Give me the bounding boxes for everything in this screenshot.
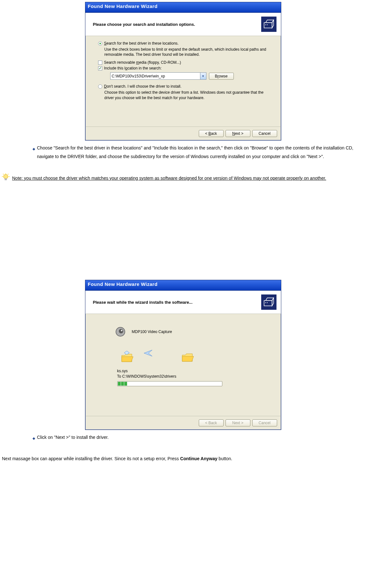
instruction-text: Click on "Next >" to install the driver. <box>37 433 109 442</box>
next-button: Next > <box>226 419 250 426</box>
file-destination: To C:\WINDOWS\system32\drivers <box>117 374 274 379</box>
checkbox-icon <box>98 61 102 65</box>
file-name: ks.sys <box>117 368 274 374</box>
svg-point-11 <box>121 330 122 331</box>
svg-point-7 <box>267 302 268 303</box>
path-row: ▼ Browse <box>110 72 274 80</box>
checkbox-include-location[interactable]: Include this location in the search: <box>98 66 274 70</box>
window-title: Found New Hardware Wizard <box>88 4 158 9</box>
device-install-icon <box>261 294 276 310</box>
radio-icon <box>98 84 102 89</box>
checkbox-removable-media[interactable]: Search removable media (floppy, CD-ROM..… <box>98 60 274 65</box>
progress-chunk <box>124 382 127 386</box>
checkbox-include-label: Include this location in the search: <box>104 66 162 70</box>
window-title: Found New Hardware Wizard <box>88 281 158 287</box>
device-row: MDP100 Video Capture <box>114 325 274 338</box>
speaker-icon <box>114 325 127 338</box>
diamond-bullet-icon: ◆ <box>32 435 35 442</box>
radio-dont-search[interactable]: Don't search. I will choose the driver t… <box>98 84 274 89</box>
back-button: < Back <box>199 419 224 426</box>
titlebar: Found New Hardware Wizard <box>85 2 281 13</box>
device-name: MDP100 Video Capture <box>132 330 172 334</box>
copy-animation-row <box>120 351 274 365</box>
text-post: button. <box>217 456 232 461</box>
wizard-body: MDP100 Video Capture <box>85 314 281 416</box>
wizard-header: Please choose your search and installati… <box>85 13 281 36</box>
chevron-down-icon[interactable]: ▼ <box>200 73 206 79</box>
cancel-button: Cancel <box>252 419 277 426</box>
checkbox-icon <box>98 66 102 70</box>
instruction-paragraph-3: Next massage box can appear while instal… <box>2 454 366 463</box>
file-copy-status: ks.sys To C:\WINDOWS\system32\drivers <box>117 368 274 379</box>
titlebar: Found New Hardware Wizard <box>85 280 281 291</box>
lightbulb-icon <box>2 173 10 182</box>
path-input[interactable] <box>111 73 200 79</box>
radio-icon <box>98 41 102 46</box>
dont-search-desc: Choose this option to select the device … <box>104 90 274 100</box>
instruction-paragraph-2: ◆ Click on "Next >" to install the drive… <box>0 433 366 442</box>
paper-plane-icon <box>144 350 153 357</box>
svg-point-3 <box>4 174 8 179</box>
wizard-header-text: Please wait while the wizard installs th… <box>93 300 193 305</box>
progress-chunk <box>118 382 121 386</box>
wizard-window-installing: Found New Hardware Wizard Please wait wh… <box>85 280 281 430</box>
cancel-button[interactable]: Cancel <box>252 130 277 137</box>
wizard-window-search-options: Found New Hardware Wizard Please choose … <box>85 2 281 141</box>
wizard-header: Please wait while the wizard installs th… <box>85 291 281 314</box>
wizard-footer: < Back Next > Cancel <box>85 416 281 430</box>
radio-search-best[interactable]: Search for the best driver in these loca… <box>98 41 274 46</box>
back-button[interactable]: < Back <box>199 130 224 137</box>
wizard-footer: < Back Next > Cancel <box>85 127 281 140</box>
folder-dest-icon <box>182 352 194 364</box>
diamond-bullet-icon: ◆ <box>32 146 35 152</box>
instruction-text: Choose "Search for the best driver in th… <box>37 144 363 161</box>
svg-rect-5 <box>264 301 272 306</box>
text-pre: Next massage box can appear while instal… <box>2 456 180 461</box>
svg-point-1 <box>265 24 266 25</box>
note-text: Note: you must choose the driver which m… <box>12 174 326 183</box>
browse-button[interactable]: Browse <box>209 73 234 80</box>
wizard-header-text: Please choose your search and installati… <box>93 22 195 27</box>
progress-bar <box>117 381 222 386</box>
note-block: Note: you must choose the driver which m… <box>2 173 366 182</box>
search-desc: Use the check boxes below to limit or ex… <box>104 47 274 57</box>
device-install-icon <box>261 17 276 32</box>
next-button[interactable]: Next > <box>226 130 250 137</box>
wizard-body: Search for the best driver in these loca… <box>85 36 281 127</box>
svg-point-10 <box>119 329 123 333</box>
folder-source-icon <box>120 351 134 365</box>
instruction-paragraph-1: ◆ Choose "Search for the best driver in … <box>0 144 366 161</box>
svg-point-2 <box>267 24 268 25</box>
path-combo[interactable]: ▼ <box>110 72 206 80</box>
checkbox-removable-label: Search removable media (floppy, CD-ROM..… <box>104 60 181 65</box>
text-bold: Continue Anyway <box>180 456 218 461</box>
svg-point-6 <box>265 302 266 303</box>
svg-rect-4 <box>5 178 7 180</box>
progress-chunk <box>121 382 124 386</box>
svg-rect-0 <box>264 23 272 28</box>
radio-dont-label: Don't search. I will choose the driver t… <box>104 84 182 89</box>
radio-search-label: Search for the best driver in these loca… <box>104 41 179 46</box>
